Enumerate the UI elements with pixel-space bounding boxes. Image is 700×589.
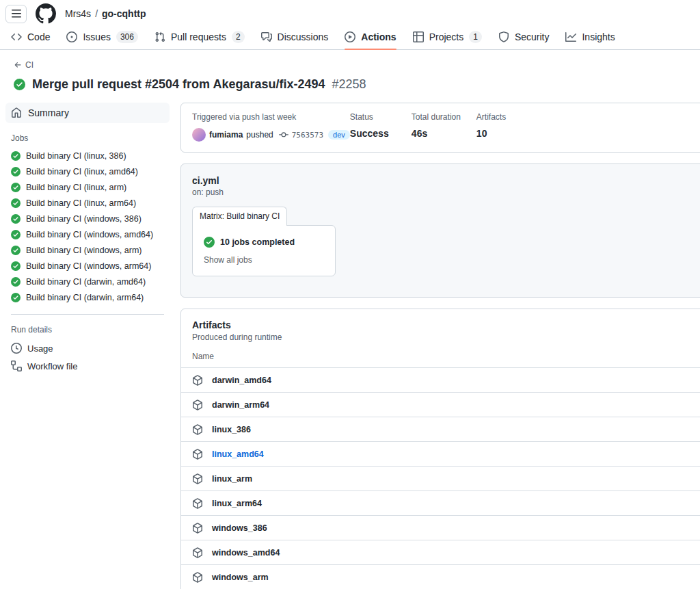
artifact-download-link[interactable]: linux_386 xyxy=(212,425,251,434)
job-label: Build binary CI (linux, arm) xyxy=(26,183,126,192)
trigger-row: fumiama pushed 7563573 dev xyxy=(192,128,350,142)
sidebar-job-item[interactable]: Build binary CI (windows, amd64) xyxy=(5,226,170,242)
artifacts-card: Artifacts Produced during runtime Name d… xyxy=(180,309,700,589)
check-circle-icon xyxy=(11,183,21,192)
actor-link[interactable]: fumiama xyxy=(209,130,243,140)
hamburger-menu-button[interactable] xyxy=(5,5,27,23)
stopwatch-icon xyxy=(11,343,22,354)
tab-label: Security xyxy=(515,31,550,42)
package-icon xyxy=(192,523,203,534)
package-icon xyxy=(192,375,203,386)
job-label: Build binary CI (linux, arm64) xyxy=(26,198,136,208)
run-details-section-label: Run details xyxy=(11,325,164,335)
job-label: Build binary CI (windows, arm) xyxy=(26,246,142,255)
sidebar-item-workflow-file[interactable]: Workflow file xyxy=(5,357,170,375)
job-label: Build binary CI (windows, arm64) xyxy=(26,261,151,271)
tab-discussions[interactable]: Discussions xyxy=(256,27,334,49)
action-text: pushed xyxy=(246,130,273,140)
tab-label: Projects xyxy=(429,31,464,42)
back-to-workflow-link[interactable]: CI xyxy=(14,60,33,70)
job-label: Build binary CI (windows, 386) xyxy=(26,214,142,224)
sidebar-item-usage[interactable]: Usage xyxy=(5,339,170,357)
pull-requests-count-badge: 2 xyxy=(232,31,245,43)
artifact-download-link[interactable]: windows_arm xyxy=(212,573,269,582)
package-icon xyxy=(192,572,203,583)
artifact-list: darwin_amd64 darwin_arm64 linux_386 xyxy=(181,367,700,589)
sidebar-item-summary[interactable]: Summary xyxy=(5,103,170,123)
tab-label: Discussions xyxy=(278,31,329,42)
issues-count-badge: 306 xyxy=(116,31,138,43)
artifacts-name-column-header: Name xyxy=(181,342,700,367)
duration-label: Total duration xyxy=(412,112,476,122)
sidebar-job-item[interactable]: Build binary CI (linux, arm64) xyxy=(5,195,170,211)
projects-count-badge: 1 xyxy=(469,31,482,43)
artifact-row: windows_arm xyxy=(181,564,700,589)
job-label: Build binary CI (windows, amd64) xyxy=(26,230,153,239)
branch-badge[interactable]: dev xyxy=(328,130,350,140)
tab-security[interactable]: Security xyxy=(493,27,555,49)
summary-label: Summary xyxy=(28,107,69,118)
tab-label: Insights xyxy=(582,31,615,42)
status-column: Status Success xyxy=(350,112,412,142)
tab-code[interactable]: Code xyxy=(5,27,55,49)
commit-icon xyxy=(279,130,288,140)
artifacts-subtitle: Produced during runtime xyxy=(192,332,700,342)
workflow-graph-card: ci.yml on: push Matrix: Build binary CI … xyxy=(180,163,700,298)
job-label: Build binary CI (linux, amd64) xyxy=(26,167,138,176)
sidebar-job-item[interactable]: Build binary CI (darwin, amd64) xyxy=(5,274,170,289)
run-title: Merge pull request #2504 from Akegarasu/… xyxy=(32,77,325,92)
issue-opened-icon xyxy=(66,31,77,42)
artifact-row: linux_386 xyxy=(181,417,700,441)
tab-insights[interactable]: Insights xyxy=(560,27,620,49)
three-bars-icon xyxy=(11,8,22,19)
duration-value: 46s xyxy=(412,128,476,139)
job-label: Build binary CI (darwin, arm64) xyxy=(26,293,144,302)
sidebar-job-item[interactable]: Build binary CI (linux, arm) xyxy=(5,179,170,195)
commit-sha-link[interactable]: 7563573 xyxy=(292,131,323,140)
graph-icon xyxy=(565,31,576,42)
matrix-job-card[interactable]: 10 jobs completed Show all jobs xyxy=(192,225,336,276)
sidebar-job-item[interactable]: Build binary CI (darwin, arm64) xyxy=(5,289,170,305)
github-logo[interactable] xyxy=(36,3,56,24)
usage-label: Usage xyxy=(27,343,53,354)
repo-nav: Code Issues 306 Pull requests 2 Discussi… xyxy=(0,25,700,50)
artifact-row: darwin_arm64 xyxy=(181,392,700,417)
tab-actions[interactable]: Actions xyxy=(339,27,401,49)
tab-pull-requests[interactable]: Pull requests 2 xyxy=(149,27,250,49)
breadcrumb-repo-link[interactable]: go-cqhttp xyxy=(102,8,146,19)
body-layout: Summary Jobs Build binary CI (linux, 386… xyxy=(0,97,700,589)
run-main: Triggered via push last week fumiama pus… xyxy=(180,103,700,589)
back-link-label: CI xyxy=(25,60,33,70)
breadcrumb-owner-link[interactable]: Mrs4s xyxy=(65,8,91,19)
artifact-download-link[interactable]: windows_amd64 xyxy=(212,548,280,558)
job-label: Build binary CI (linux, 386) xyxy=(26,151,126,161)
artifacts-title: Artifacts xyxy=(192,319,700,330)
check-circle-icon xyxy=(11,214,21,224)
artifact-download-link[interactable]: darwin_arm64 xyxy=(212,400,269,410)
artifact-download-link[interactable]: linux_arm64 xyxy=(212,499,262,508)
check-circle-icon xyxy=(11,151,21,161)
sidebar-job-item[interactable]: Build binary CI (linux, amd64) xyxy=(5,163,170,179)
arrow-left-icon xyxy=(14,61,22,69)
artifact-download-link[interactable]: windows_386 xyxy=(212,523,267,533)
workflow-file-label: Workflow file xyxy=(27,361,77,371)
sidebar-job-item[interactable]: Build binary CI (linux, 386) xyxy=(5,148,170,163)
matrix-label: Matrix: Build binary CI xyxy=(192,207,287,226)
artifact-download-link[interactable]: darwin_amd64 xyxy=(212,376,271,385)
show-all-jobs-link[interactable]: Show all jobs xyxy=(204,255,252,265)
sidebar-job-item[interactable]: Build binary CI (windows, arm64) xyxy=(5,258,170,274)
package-icon xyxy=(192,449,203,460)
artifacts-count-value: 10 xyxy=(476,128,506,139)
tab-issues[interactable]: Issues 306 xyxy=(61,27,144,49)
avatar[interactable] xyxy=(192,128,206,142)
artifact-download-link[interactable]: linux_amd64 xyxy=(212,449,264,459)
tab-label: Actions xyxy=(361,31,396,42)
tab-projects[interactable]: Projects 1 xyxy=(407,27,487,49)
artifact-download-link[interactable]: linux_arm xyxy=(212,474,252,484)
sidebar-job-item[interactable]: Build binary CI (windows, arm) xyxy=(5,242,170,258)
run-number: #2258 xyxy=(332,77,366,92)
check-circle-icon xyxy=(11,167,21,176)
sidebar-job-item[interactable]: Build binary CI (windows, 386) xyxy=(5,211,170,226)
github-actions-run-page: Mrs4s / go-cqhttp Code Issues 306 Pull r… xyxy=(0,0,700,589)
global-header: Mrs4s / go-cqhttp xyxy=(0,0,700,25)
